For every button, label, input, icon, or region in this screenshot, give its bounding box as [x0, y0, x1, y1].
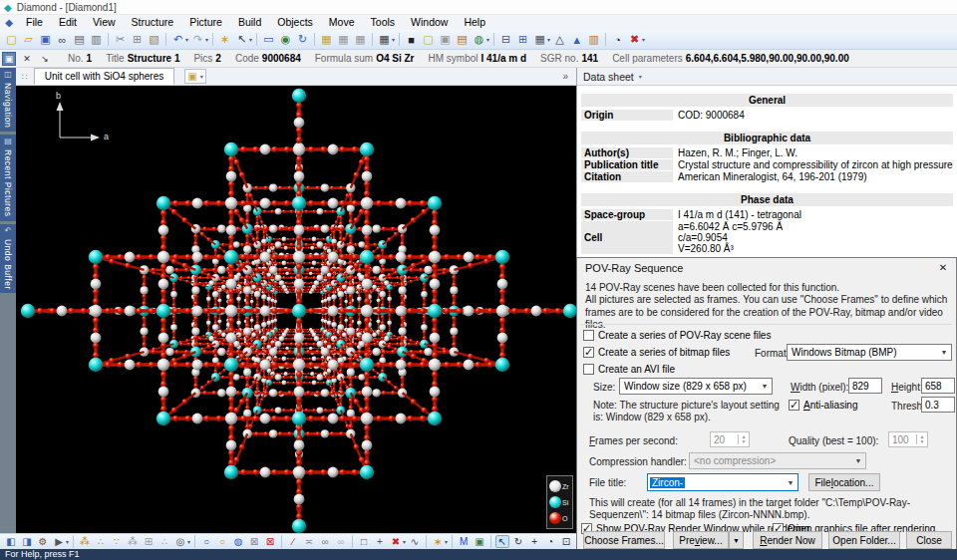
unit-cell-icon[interactable]: □: [357, 535, 371, 548]
menu-item-edit[interactable]: Edit: [51, 15, 85, 30]
sidebar-tab-navigation[interactable]: ◫Navigation: [0, 68, 16, 132]
print-preview-icon[interactable]: ▤: [72, 32, 87, 47]
menu-item-tools[interactable]: Tools: [363, 15, 404, 30]
menu-item-file[interactable]: File: [18, 15, 51, 30]
connect-atoms-icon[interactable]: ∵: [110, 535, 124, 548]
close-pane-icon[interactable]: ✕: [20, 52, 34, 66]
quality-spinner[interactable]: 100 ▲▼: [888, 431, 928, 447]
avi-file-checkbox-row[interactable]: Create an AVI file: [583, 364, 675, 375]
rotate-icon[interactable]: ↻: [511, 535, 525, 548]
preview-dropdown-button[interactable]: ▼: [729, 531, 744, 549]
file-location-button[interactable]: File location...: [808, 473, 880, 491]
bond-icon[interactable]: ∕: [286, 535, 300, 548]
zoom-icon[interactable]: ⊡: [559, 535, 573, 548]
menu-item-structure[interactable]: Structure: [124, 15, 182, 30]
spinner-arrows-icon[interactable]: ▲▼: [916, 434, 927, 444]
net-icon[interactable]: ⊠: [247, 535, 261, 548]
data-sheet-header[interactable]: Data sheet ▾: [577, 68, 957, 86]
picture-camera-icon[interactable]: ◉: [278, 32, 293, 47]
open-file-icon[interactable]: ▱: [21, 32, 36, 47]
close-button[interactable]: Close: [906, 531, 952, 549]
chevron-down-icon[interactable]: ▾: [486, 36, 489, 43]
compass-icon[interactable]: ◔: [610, 32, 625, 47]
chevron-down-icon[interactable]: ▾: [445, 538, 448, 545]
launch-render-icon[interactable]: ▶: [52, 535, 66, 548]
h-bond-icon[interactable]: ≍: [302, 535, 316, 548]
fps-spinner[interactable]: 20 ▲▼: [710, 431, 750, 447]
menu-item-build[interactable]: Build: [230, 15, 269, 30]
render-monitor-icon[interactable]: ■: [404, 32, 419, 47]
histogram-icon[interactable]: ▲: [569, 32, 584, 47]
anti-aliasing-checkbox[interactable]: [789, 400, 799, 411]
menu-item-picture[interactable]: Picture: [181, 15, 230, 30]
scene-files-checkbox-row[interactable]: Create a series of POV-Ray scene files: [583, 330, 771, 341]
table-distances-icon[interactable]: ▦: [336, 32, 351, 47]
coordination-yellow-icon[interactable]: ○: [215, 535, 229, 548]
structure-viewport[interactable]: b a ZrSiO: [16, 86, 576, 533]
threshold-input[interactable]: 0.3: [921, 397, 955, 413]
chevron-down-icon[interactable]: ▾: [249, 36, 252, 43]
cell-axes-icon[interactable]: +: [373, 535, 387, 548]
new-picture-button[interactable]: ▣ ▾: [184, 69, 205, 84]
save-icon[interactable]: ▣: [38, 32, 53, 47]
bitmap-files-checkbox-row[interactable]: Create a series of bitmap files: [583, 347, 730, 358]
preview-button[interactable]: Preview...: [673, 531, 729, 549]
sidebar-tab-recent-pictures[interactable]: ▤Recent Pictures: [0, 135, 16, 221]
picture-mode-icon[interactable]: ▣: [473, 535, 486, 548]
polyhedra-icon[interactable]: ◍: [231, 535, 245, 548]
chevron-down-icon[interactable]: ▾: [403, 538, 406, 545]
height-input[interactable]: 658: [921, 378, 955, 394]
chevron-down-icon[interactable]: ▾: [642, 36, 645, 43]
contact-alt-icon[interactable]: ∞: [334, 535, 348, 548]
datasheet-picture-icon[interactable]: ◧: [4, 535, 18, 548]
cut-icon[interactable]: ✂: [113, 32, 128, 47]
add-atoms-icon[interactable]: ⁂: [78, 535, 92, 548]
new-document-icon[interactable]: ▢: [4, 32, 19, 47]
menu-item-view[interactable]: View: [85, 15, 124, 30]
find-icon[interactable]: ∞: [55, 32, 70, 47]
picture-restore-icon[interactable]: ↻: [295, 32, 310, 47]
select-pointer-icon[interactable]: ↖: [495, 535, 509, 548]
format-select[interactable]: Windows Bitmap (BMP) ▼: [787, 344, 952, 361]
menu-item-move[interactable]: Move: [321, 15, 363, 30]
paste-icon[interactable]: ▧: [147, 32, 161, 47]
page-copy-icon[interactable]: ▣: [438, 32, 453, 47]
spinner-arrows-icon[interactable]: ▲▼: [738, 434, 749, 444]
size-select[interactable]: Window size (829 x 658 px) ▼: [619, 378, 773, 395]
fill-target-icon[interactable]: ◎: [173, 535, 187, 548]
window-split-h-icon[interactable]: ⊟: [498, 32, 513, 47]
pointer-icon[interactable]: ↖: [234, 32, 249, 47]
table-angles-icon[interactable]: ▦: [353, 32, 368, 47]
autohide-pane-icon[interactable]: ↘: [38, 52, 52, 66]
packing-icon[interactable]: ⊞: [142, 535, 156, 548]
add-cluster-icon[interactable]: ∴: [94, 535, 108, 548]
page-new-icon[interactable]: ▢: [421, 32, 436, 47]
chevron-down-icon[interactable]: ▾: [205, 36, 208, 43]
table-view-icon[interactable]: ▦: [532, 32, 547, 47]
chevron-down-icon[interactable]: ▾: [66, 538, 69, 545]
menu-item-help[interactable]: Help: [456, 15, 493, 30]
grid-layout-icon[interactable]: ▦: [377, 32, 392, 47]
destroy-icon[interactable]: ✖: [389, 535, 403, 548]
povray-tools-icon[interactable]: ✖: [627, 32, 642, 47]
width-input[interactable]: 829: [848, 378, 882, 394]
fragment-icon[interactable]: ∴: [158, 535, 171, 548]
picture-pane-icon[interactable]: ▣: [2, 52, 16, 66]
coordination-blue-icon[interactable]: ○: [199, 535, 213, 548]
tools-icon[interactable]: ⚙: [36, 535, 50, 548]
render-now-button[interactable]: Render Now: [753, 531, 822, 549]
avi-file-checkbox[interactable]: [583, 364, 594, 375]
chevron-down-icon[interactable]: ▾: [547, 36, 550, 43]
propeller-icon[interactable]: ∗: [431, 535, 445, 548]
menu-item-objects[interactable]: Objects: [269, 15, 321, 30]
report-icon[interactable]: ▥: [586, 32, 601, 47]
window-split-v-icon[interactable]: ⊞: [515, 32, 530, 47]
measure-icon[interactable]: M: [457, 535, 471, 548]
sidebar-tab-undo-buffer[interactable]: ↶Undo Buffer: [0, 224, 16, 294]
overflow-chevron-icon[interactable]: »: [562, 71, 568, 82]
choose-frames-button[interactable]: Choose Frames...: [583, 531, 665, 549]
chevron-down-icon[interactable]: ▾: [187, 538, 190, 545]
gallery-icon[interactable]: ▤: [455, 32, 470, 47]
undo-icon[interactable]: ↶: [170, 32, 185, 47]
menu-item-window[interactable]: Window: [403, 15, 456, 30]
